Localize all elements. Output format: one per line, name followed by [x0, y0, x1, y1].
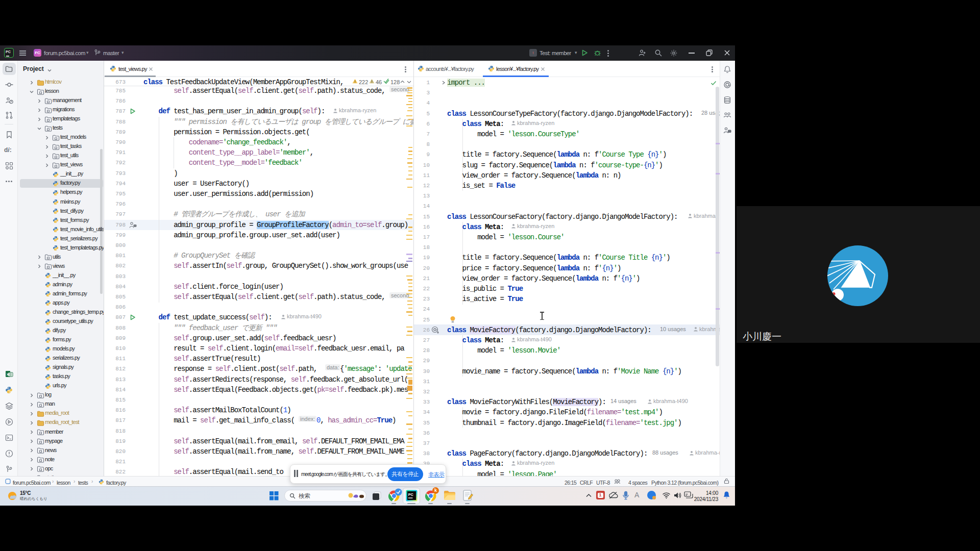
svg-text:x: x	[7, 372, 9, 377]
svg-text:PC: PC	[408, 493, 413, 497]
